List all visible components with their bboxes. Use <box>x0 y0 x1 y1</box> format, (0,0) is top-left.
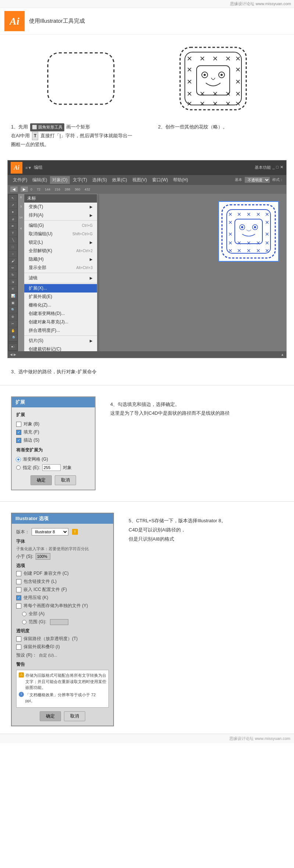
radio-range[interactable] <box>22 620 26 624</box>
tool-gradient[interactable]: ▣ <box>9 299 17 306</box>
opt-compress[interactable]: ✓ 使用压缩 (K) <box>16 595 109 601</box>
menu-file[interactable]: 文件(F) <box>11 176 29 184</box>
dropdown-item-group[interactable]: 编组(G) Ctrl+G <box>24 221 97 230</box>
check-trans-1[interactable] <box>16 636 21 642</box>
warn-row-1: ⚠ 存储为旧版格式可能配合将所有文字转换为台文字；并且可能会在重新读取文档时使用… <box>19 672 106 691</box>
tool-fill-stroke[interactable]: ■□ <box>9 344 17 350</box>
dropdown-item-showall[interactable]: 显示全部 Alt+Ctrl+3 <box>24 264 97 272</box>
expand-option-object[interactable]: 对象 (B) <box>16 421 90 427</box>
dropdown-item-slice[interactable]: 切片(S) ▶ <box>24 337 97 345</box>
maximize-icon[interactable]: □ <box>276 165 279 170</box>
svg-point-38 <box>241 226 243 228</box>
tool-scissors[interactable]: ✂ <box>9 320 17 327</box>
tool-select[interactable]: ↖ <box>9 195 17 201</box>
menu-effect[interactable]: 效果(C) <box>110 176 129 184</box>
svg-text:✕: ✕ <box>235 66 241 73</box>
menu-view[interactable]: 视图(V) <box>130 176 149 184</box>
font-size-input[interactable] <box>36 553 50 560</box>
svg-text:✕: ✕ <box>235 78 241 86</box>
ai-options-confirm[interactable]: 确定 <box>40 711 61 721</box>
tool-rotate[interactable]: ↻ <box>9 272 17 278</box>
tool-ellipse[interactable]: ○ <box>9 251 17 257</box>
expand-gradient-mesh[interactable]: 渐变网格 (G) <box>16 456 90 462</box>
toolbar-btn-1[interactable]: ◀ <box>10 186 18 192</box>
tool-pencil[interactable]: ✏ <box>9 265 17 271</box>
shapes-row: ✕ ✕ ✕ ✕ ✕ ✕ ✕ ✕ ✕ ✕ ✕ ✕ <box>0 34 294 123</box>
svg-text:✕: ✕ <box>265 248 269 254</box>
opt-all[interactable]: 全部 (A) <box>22 611 109 617</box>
tool-line[interactable]: ╲ <box>9 237 17 243</box>
dropdown-item-expand[interactable]: 扩展(X)... <box>24 284 97 293</box>
menu-object[interactable]: 对象(O) <box>50 176 69 184</box>
check-linked[interactable] <box>16 579 21 584</box>
radio-all[interactable] <box>22 612 26 616</box>
check-compress[interactable]: ✓ <box>16 595 21 600</box>
menu-select[interactable]: 选择(S) <box>90 176 109 184</box>
check-pdf[interactable] <box>16 571 21 576</box>
range-input[interactable] <box>50 619 68 625</box>
trans-opt-1[interactable]: 保留路径（放弃透明度）(T) <box>16 636 109 642</box>
tool-graph[interactable]: 📊 <box>9 293 17 299</box>
dropdown-item-ungroup[interactable]: 取消编组(U) Shift+Ctrl+G <box>24 230 97 238</box>
tool-zoom[interactable]: 🔎 <box>9 334 17 341</box>
tool-pen[interactable]: ✒ <box>9 223 17 229</box>
tool-blend[interactable]: ⊛ <box>9 313 17 320</box>
specify-value[interactable] <box>42 464 61 471</box>
ai-main-content: ↖ ↗ ✦ ⌀ ✒ T ╲ □ ○ 🖌 ✏ ↻ ⇲ ⤧ 📊 ▣ 🔍 ⊛ ✂ ✋ … <box>8 194 286 351</box>
dropdown-item-mosaic[interactable]: 创建对象马赛克(J)... <box>24 318 97 326</box>
tool-warp[interactable]: ⤧ <box>9 286 17 292</box>
check-separate[interactable] <box>16 603 21 609</box>
tool-hand[interactable]: ✋ <box>9 327 17 334</box>
dropdown-item-expand-appearance[interactable]: 扩展外观(E) <box>24 293 97 301</box>
expand-cancel-btn[interactable]: 取消 <box>55 475 76 485</box>
bottom-panel-toggle[interactable]: ▲ <box>281 353 284 356</box>
check-trans-2[interactable] <box>16 644 21 650</box>
expand-confirm-btn[interactable]: 确定 <box>31 475 52 485</box>
checkbox-stroke[interactable]: ✓ <box>16 438 21 443</box>
dropdown-item-transform[interactable]: 变换(T) ▶ <box>24 203 97 211</box>
check-icc[interactable] <box>16 587 21 592</box>
menu-edit[interactable]: 编辑(E) <box>30 176 49 184</box>
dropdown-item-flatten[interactable]: 拼合透明度(F)... <box>24 326 97 335</box>
trans-opt-2[interactable]: 保留外观和叠印 (I) <box>16 644 109 650</box>
dropdown-item-arrange[interactable]: 排列(A) ▶ <box>24 211 97 219</box>
tool-rect[interactable]: □ <box>9 244 17 250</box>
dropdown-item-gradient-mesh[interactable]: 创建渐变网格(D)... <box>24 309 97 318</box>
opt-range[interactable]: 范围 (G): <box>22 619 109 625</box>
svg-text:✕: ✕ <box>228 219 233 225</box>
opt-icc[interactable]: 嵌入 ICC 配置文件 (F) <box>16 586 109 593</box>
radio-gradient-mesh[interactable] <box>16 457 21 462</box>
dropdown-item-hide[interactable]: 隐藏(H) ▶ <box>24 255 97 264</box>
tool-brush[interactable]: 🖌 <box>9 258 17 264</box>
toolbar-btn-2[interactable]: ▶ <box>20 186 28 192</box>
menu-help[interactable]: 帮助(H) <box>171 176 190 184</box>
dropdown-item-lock[interactable]: 锁定(L) ▶ <box>24 238 97 247</box>
version-select[interactable]: Illustrator 8 <box>32 528 68 535</box>
expand-option-stroke[interactable]: ✓ 描边 (S) <box>16 437 90 443</box>
opt-separate[interactable]: 将每个画图存储为单独的文件 (Y) <box>16 603 109 609</box>
ai-options-cancel[interactable]: 取消 <box>64 711 85 721</box>
ai-preview-box: ✕ ✕ ✕ ✕ ✕ ✕ ✕ ✕ ✕ ✕ <box>218 201 279 262</box>
checkbox-fill[interactable]: ✓ <box>16 430 21 435</box>
dropdown-item-crop-marks[interactable]: 创建裁切标记(C) <box>24 345 97 351</box>
dropdown-item-unlock[interactable]: 全部解锁(K) Alt+Ctrl+2 <box>24 247 97 255</box>
close-icon[interactable]: ✕ <box>280 165 283 170</box>
opt-linked[interactable]: 包含链接文件 (L) <box>16 578 109 585</box>
menu-text[interactable]: 文字(T) <box>71 176 89 184</box>
dropdown-item-rasterize[interactable]: 栅格化(Z)... <box>24 301 97 309</box>
checkbox-object[interactable] <box>16 422 21 427</box>
tool-type[interactable]: T <box>9 230 17 236</box>
tool-direct-select[interactable]: ↗ <box>9 202 17 208</box>
expand-gradient-specify[interactable]: 指定 (E): 对象 <box>16 464 90 471</box>
tool-magic-wand[interactable]: ✦ <box>9 209 17 215</box>
expand-option-fill[interactable]: ✓ 填充 (F) <box>16 429 90 435</box>
minimize-icon[interactable]: _ <box>272 165 275 170</box>
tool-scale[interactable]: ⇲ <box>9 279 17 285</box>
dropdown-item-filter[interactable]: 滤镜 ▶ <box>24 274 97 282</box>
opt-pdf[interactable]: 创建 PDF 兼容文件 (C) <box>16 570 109 577</box>
tool-eyedropper[interactable]: 🔍 <box>9 306 17 313</box>
tool-lasso[interactable]: ⌀ <box>9 216 17 222</box>
radio-gradient-specify[interactable] <box>16 465 21 470</box>
style-select[interactable]: 不透明度 <box>244 177 270 183</box>
menu-window[interactable]: 窗口(W) <box>150 176 170 184</box>
